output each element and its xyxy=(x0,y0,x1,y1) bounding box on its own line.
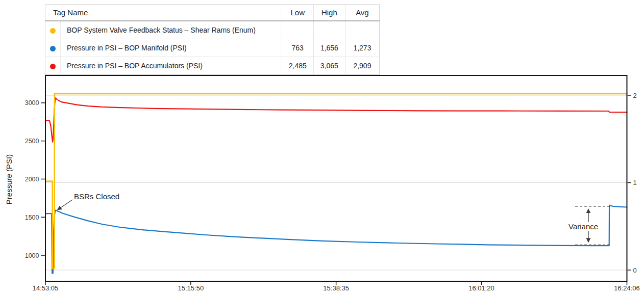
y-left-tick-label: 1000 xyxy=(25,252,39,259)
y-left-tick-label: 1500 xyxy=(25,214,39,221)
y-right-tick-label: 2 xyxy=(633,92,637,99)
x-tick-label: 15:38:35 xyxy=(323,284,349,292)
y-left-tick-label: 3000 xyxy=(25,99,39,106)
x-tick-label: 15:15:50 xyxy=(178,284,204,292)
plot-area[interactable] xyxy=(45,75,627,281)
x-tick-label: 14:53:05 xyxy=(33,284,59,292)
y-left-tick-label: 2500 xyxy=(25,138,39,145)
y-right-tick-label: 1 xyxy=(633,179,637,186)
y-right-tick-label: 0 xyxy=(633,266,637,274)
variance-label: Variance xyxy=(567,222,599,231)
bop-trend-page: Tag Name Low High Avg BOP System Valve F… xyxy=(0,0,644,295)
trend-chart-canvas: 1000150020002500300001214:53:0515:15:501… xyxy=(0,0,644,295)
y-left-tick-label: 2000 xyxy=(25,176,39,183)
x-tick-label: 16:24:06 xyxy=(614,284,640,292)
x-tick-label: 16:01:20 xyxy=(468,284,494,292)
bsr-closed-label: BSRs Closed xyxy=(74,192,119,201)
y-axis-title: Pressure (PSI) xyxy=(5,154,13,204)
